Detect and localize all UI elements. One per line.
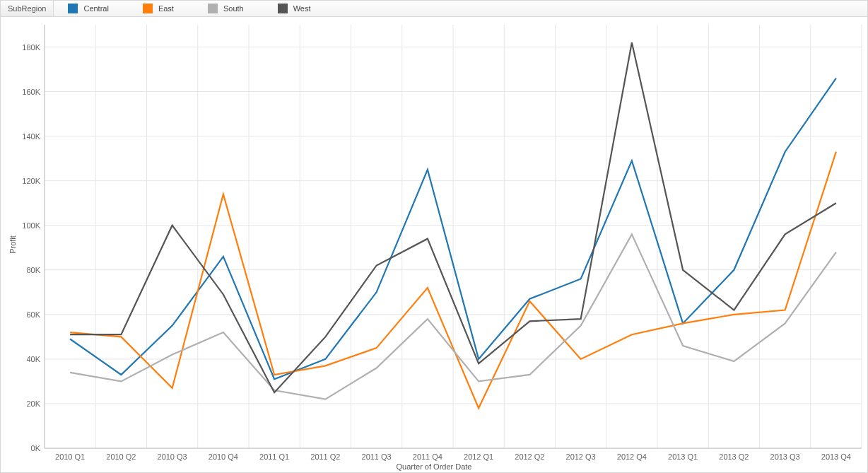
svg-text:100K: 100K xyxy=(22,221,40,230)
svg-text:2012 Q2: 2012 Q2 xyxy=(515,452,544,461)
svg-text:2012 Q1: 2012 Q1 xyxy=(464,452,493,461)
svg-text:2010 Q2: 2010 Q2 xyxy=(106,452,136,461)
legend-title: SubRegion xyxy=(1,1,54,16)
legend-swatch-icon xyxy=(278,4,288,13)
svg-text:2013 Q4: 2013 Q4 xyxy=(821,452,851,461)
legend-item-east[interactable]: East xyxy=(143,4,174,13)
svg-text:2011 Q3: 2011 Q3 xyxy=(362,452,392,461)
svg-text:160K: 160K xyxy=(22,88,40,96)
svg-text:2010 Q4: 2010 Q4 xyxy=(209,452,238,461)
svg-text:140K: 140K xyxy=(22,132,40,141)
svg-text:2011 Q4: 2011 Q4 xyxy=(413,452,442,461)
legend-item-south[interactable]: South xyxy=(208,4,244,13)
svg-text:60K: 60K xyxy=(26,310,40,319)
legend-bar: SubRegion Central East South West xyxy=(1,1,867,17)
svg-text:2012 Q3: 2012 Q3 xyxy=(566,452,596,461)
legend-swatch-icon xyxy=(208,4,218,13)
svg-text:2013 Q1: 2013 Q1 xyxy=(668,452,698,461)
svg-text:120K: 120K xyxy=(22,177,40,185)
chart-container: SubRegion Central East South West Profit… xyxy=(0,0,868,473)
legend-swatch-icon xyxy=(143,4,153,13)
svg-text:2011 Q2: 2011 Q2 xyxy=(310,452,340,461)
svg-text:2012 Q4: 2012 Q4 xyxy=(617,452,647,461)
chart-svg: 0K20K40K60K80K100K120K140K160K180K2010 Q… xyxy=(1,16,867,472)
legend-swatch-icon xyxy=(68,4,78,13)
legend-label: East xyxy=(158,4,174,13)
legend-label: West xyxy=(293,4,311,13)
svg-text:2013 Q3: 2013 Q3 xyxy=(770,452,800,461)
legend-item-central[interactable]: Central xyxy=(68,4,108,13)
svg-text:180K: 180K xyxy=(22,43,40,52)
svg-text:20K: 20K xyxy=(26,399,40,408)
plot-area: Profit 0K20K40K60K80K100K120K140K160K180… xyxy=(1,16,867,472)
legend-label: South xyxy=(223,4,244,13)
svg-text:0K: 0K xyxy=(31,444,41,452)
svg-text:2010 Q1: 2010 Q1 xyxy=(55,452,85,461)
x-axis-label: Quarter of Order Date xyxy=(1,462,867,471)
svg-text:2013 Q2: 2013 Q2 xyxy=(719,452,749,461)
legend-items: Central East South West xyxy=(54,1,310,16)
legend-label: Central xyxy=(83,4,108,13)
svg-text:2011 Q1: 2011 Q1 xyxy=(259,452,289,461)
legend-item-west[interactable]: West xyxy=(278,4,311,13)
svg-text:40K: 40K xyxy=(26,355,40,363)
svg-text:2010 Q3: 2010 Q3 xyxy=(158,452,187,461)
svg-text:80K: 80K xyxy=(26,266,40,274)
